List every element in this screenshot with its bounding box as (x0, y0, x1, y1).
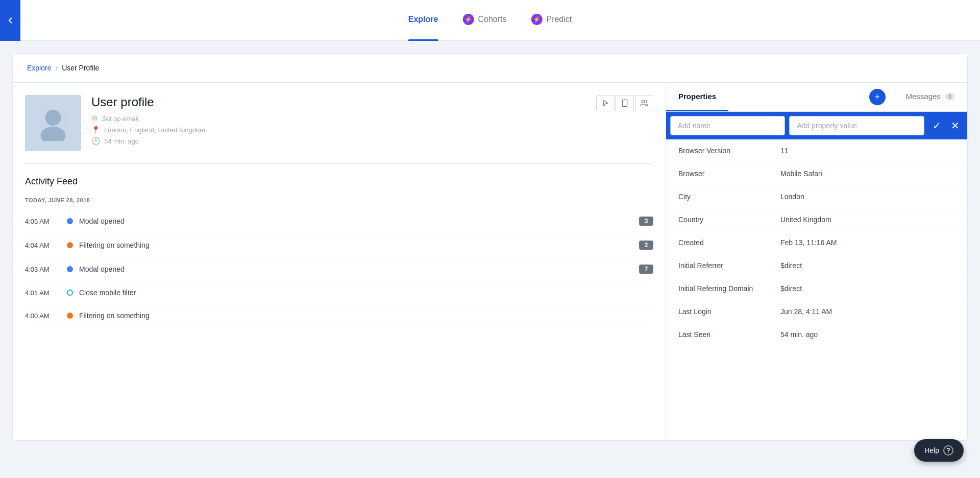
cohorts-tab-label: Cohorts (478, 0, 506, 40)
user-lastseen-detail: 🕐 54 min. ago (91, 137, 653, 145)
messages-tab-label: Messages (906, 92, 941, 101)
tab-messages[interactable]: Messages 0 (894, 83, 968, 111)
activity-dot-teal (67, 290, 73, 296)
main-container: Explore › User Profile User profile (0, 41, 980, 453)
tab-cohorts[interactable]: ⚡ Cohorts (462, 0, 506, 41)
user-email-detail: ✉ Set up email (91, 114, 653, 123)
activity-badge: 3 (639, 217, 653, 226)
property-value: $direct (780, 284, 802, 293)
property-name: Initial Referring Domain (678, 284, 780, 293)
property-row: Created Feb 13, 11:16 AM (666, 231, 967, 254)
activity-item: 4:05 AM Modal opened 3 (25, 209, 653, 233)
activity-dot-blue (67, 218, 73, 224)
help-question-icon: ? (943, 445, 953, 456)
phone-action-button[interactable] (616, 95, 634, 111)
properties-list: Browser Version 11 Browser Mobile Safari… (666, 139, 967, 346)
activity-time: 4:04 AM (25, 242, 61, 249)
user-last-seen: 54 min. ago (104, 137, 139, 145)
breadcrumb-chevron: › (55, 64, 58, 72)
activity-time: 4:05 AM (25, 218, 61, 225)
tab-predict[interactable]: ⚡ Predict (531, 0, 572, 41)
property-name: Initial Referrer (678, 261, 780, 270)
activity-feed-title: Activity Feed (25, 176, 653, 187)
email-icon: ✉ (91, 114, 97, 123)
property-name: Country (678, 216, 780, 224)
explore-tab-label: Explore (408, 0, 438, 40)
breadcrumb-current: User Profile (62, 64, 99, 72)
property-name: Browser (678, 170, 780, 178)
tab-explore[interactable]: Explore (408, 0, 438, 41)
property-name: Browser Version (678, 147, 780, 155)
messages-badge: 0 (945, 93, 955, 100)
svg-rect-2 (622, 100, 627, 106)
property-row: Browser Mobile Safari (666, 162, 967, 185)
activity-item: 4:03 AM Modal opened 7 (25, 257, 653, 281)
breadcrumb-explore-link[interactable]: Explore (27, 64, 51, 72)
clock-icon: 🕐 (91, 137, 100, 145)
add-property-actions: ✓ ✕ (928, 117, 963, 134)
user-name: User profile (91, 95, 653, 109)
activity-badge: 7 (639, 265, 653, 274)
cancel-add-property-button[interactable]: ✕ (947, 117, 963, 134)
user-email: Set up email (102, 115, 138, 123)
location-icon: 📍 (91, 126, 100, 134)
activity-time: 4:00 AM (25, 312, 61, 320)
property-value: 11 (780, 147, 789, 155)
content-layout: User profile ✉ Set up email 📍 London, En… (13, 83, 967, 440)
property-value: Feb 13, 11:16 AM (780, 238, 837, 247)
activity-date-header: TODAY, JUNE 28, 2018 (25, 197, 653, 203)
user-location-detail: 📍 London, England, United Kingdom (91, 126, 653, 134)
property-name: Created (678, 238, 780, 247)
svg-point-1 (41, 127, 66, 141)
property-row: Initial Referring Domain $direct (666, 277, 967, 300)
activity-dot-orange (67, 313, 73, 319)
back-button[interactable] (0, 0, 20, 41)
property-row: Browser Version 11 (666, 139, 967, 162)
help-button[interactable]: Help ? (914, 439, 964, 462)
property-name: Last Seen (678, 330, 780, 339)
add-name-input[interactable] (670, 116, 785, 135)
property-value: London (780, 193, 804, 201)
svg-point-0 (45, 110, 61, 126)
activity-event: Filtering on something (79, 312, 653, 320)
top-navigation: Explore ⚡ Cohorts ⚡ Predict (0, 0, 980, 41)
cohorts-icon: ⚡ (462, 14, 474, 25)
predict-tab-label: Predict (546, 0, 572, 40)
help-label: Help (924, 446, 939, 455)
activity-item: 4:01 AM Close mobile filter (25, 281, 653, 304)
breadcrumb: Explore › User Profile (13, 54, 967, 83)
property-value: $direct (780, 261, 802, 270)
panel-tabs: Properties + Messages 0 (666, 83, 967, 112)
nav-tabs: Explore ⚡ Cohorts ⚡ Predict (408, 0, 572, 41)
user-location: London, England, United Kingdom (104, 126, 205, 134)
property-value: United Kingdom (780, 216, 831, 224)
activity-event: Close mobile filter (79, 289, 653, 297)
property-value: Mobile Safari (780, 170, 822, 178)
property-name: City (678, 193, 780, 201)
add-value-input[interactable] (789, 116, 924, 135)
activity-event: Modal opened (79, 265, 633, 273)
property-row: Last Login Jun 28, 4:11 AM (666, 300, 967, 323)
activity-event: Filtering on something (79, 241, 633, 249)
svg-point-4 (642, 100, 644, 103)
property-value: Jun 28, 4:11 AM (780, 307, 832, 316)
activity-event: Modal opened (79, 217, 633, 225)
activity-badge: 2 (639, 241, 653, 250)
property-value: 54 min. ago (780, 330, 818, 339)
activity-item: 4:00 AM Filtering on something (25, 304, 653, 327)
property-row: Initial Referrer $direct (666, 254, 967, 277)
property-row: Last Seen 54 min. ago (666, 323, 967, 346)
add-property-button[interactable]: + (869, 89, 886, 105)
profile-actions (596, 95, 653, 111)
left-panel: User profile ✉ Set up email 📍 London, En… (13, 83, 666, 440)
users-action-button[interactable] (635, 95, 653, 111)
right-panel: Properties + Messages 0 ✓ ✕ (666, 83, 967, 440)
cursor-action-button[interactable] (596, 95, 615, 111)
add-property-row: ✓ ✕ (666, 112, 967, 139)
properties-tab-label: Properties (678, 92, 716, 101)
property-row: Country United Kingdom (666, 208, 967, 231)
tab-properties[interactable]: Properties (666, 83, 728, 111)
user-info: User profile ✉ Set up email 📍 London, En… (91, 95, 653, 148)
confirm-add-property-button[interactable]: ✓ (928, 117, 945, 134)
property-name: Last Login (678, 307, 780, 316)
